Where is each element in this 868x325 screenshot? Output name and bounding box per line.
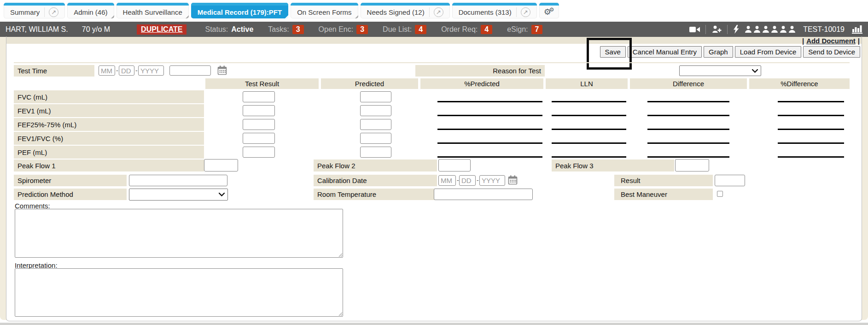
result-input[interactable] — [715, 175, 745, 186]
pef-percent-predicted-line — [437, 156, 542, 158]
test-time-month-input[interactable] — [99, 65, 115, 76]
date-separator: - — [477, 177, 479, 184]
patient-list-icons[interactable] — [745, 26, 796, 33]
fev1-fvc-lln-line — [552, 142, 626, 144]
panel-top-strip — [6, 37, 862, 44]
peak-flow-2-input[interactable] — [438, 159, 471, 171]
documents-popout-chip[interactable]: ↗ — [516, 7, 530, 17]
reason-for-test-select-control[interactable] — [680, 66, 761, 76]
peak-flow-3-input[interactable] — [675, 159, 709, 171]
lightning-icon[interactable] — [733, 25, 739, 34]
fev1-test-result-input[interactable] — [243, 105, 275, 116]
graph-button[interactable]: Graph — [704, 46, 733, 58]
open-enc-count-badge[interactable]: 3 — [356, 25, 368, 34]
best-maneuver-checkbox[interactable] — [717, 191, 723, 197]
test-time-year-input[interactable] — [138, 65, 164, 76]
due-list-count-badge[interactable]: 4 — [415, 25, 426, 34]
status-label: Status: — [205, 25, 228, 34]
fvc-difference-line — [647, 101, 729, 102]
esign-count-badge[interactable]: 7 — [531, 25, 543, 34]
comments-textarea[interactable] — [15, 209, 343, 258]
tab-admin[interactable]: Admin (46) — [67, 3, 114, 18]
fvc-predicted-input[interactable] — [360, 91, 391, 102]
order-req-counter: Order Req: 4 — [441, 25, 492, 34]
fvc-percent-difference-line — [778, 101, 844, 102]
pef-percent-difference-line — [778, 156, 844, 158]
fev1-predicted-input[interactable] — [360, 105, 391, 116]
test-time-day-input[interactable] — [119, 65, 134, 76]
row-label-fev1-fvc: FEV1/FVC (%) — [14, 132, 204, 145]
fef-test-result-input[interactable] — [243, 119, 275, 130]
person-icon — [771, 26, 778, 33]
tasks-count-badge[interactable]: 3 — [292, 25, 304, 34]
divider — [727, 25, 728, 34]
header-lln: LLN — [546, 78, 628, 89]
room-temperature-input[interactable] — [434, 189, 533, 200]
bar-chart-icon[interactable] — [852, 25, 862, 34]
header-predicted: Predicted — [321, 78, 418, 89]
needs-signed-popout-chip[interactable]: ↗ — [429, 7, 443, 17]
esign-counter: eSign: 7 — [507, 25, 542, 34]
divider — [705, 25, 706, 34]
cancel-manual-entry-button[interactable]: Cancel Manual Entry — [628, 46, 702, 58]
row-label-pef: PEF (mL) — [14, 146, 204, 159]
test-time-label: Test Time — [14, 65, 94, 77]
tab-medical-record[interactable]: Medical Record (179):PFT — [191, 3, 288, 18]
pipe: | — [802, 37, 804, 45]
date-separator: - — [135, 67, 138, 74]
tab-settings[interactable]: ⚙ ⚙ — [539, 3, 559, 18]
tab-medical-record-label: Medical Record (179):PFT — [198, 8, 282, 16]
summary-popout-chip[interactable]: ↗ — [44, 7, 58, 17]
load-from-device-button[interactable]: Load From Device — [735, 46, 802, 58]
calibration-calendar-icon[interactable] — [508, 175, 518, 186]
tab-documents[interactable]: Documents (313) ↗ — [452, 3, 537, 18]
tab-summary[interactable]: Summary ↗ — [4, 3, 65, 18]
fef-percent-predicted-line — [437, 129, 542, 130]
fev1-lln-line — [552, 115, 626, 116]
popout-arrow-icon: ↗ — [434, 7, 443, 17]
popout-arrow-icon: ↗ — [49, 7, 58, 17]
prediction-method-select-control[interactable] — [129, 189, 227, 200]
pef-test-result-input[interactable] — [243, 147, 275, 158]
header-percent-predicted: %Predicted — [420, 78, 543, 89]
test-time-time-input[interactable] — [169, 65, 211, 76]
tab-on-screen-forms[interactable]: On Screen Forms — [291, 3, 358, 18]
add-document-link[interactable]: Add Document — [806, 37, 856, 45]
order-req-label: Order Req: — [441, 25, 478, 34]
order-req-count-badge[interactable]: 4 — [481, 25, 492, 34]
tab-needs-signed[interactable]: Needs Signed (12) ↗ — [361, 3, 450, 18]
fef-predicted-input[interactable] — [360, 119, 391, 130]
pef-predicted-input[interactable] — [360, 147, 391, 158]
fvc-test-result-input[interactable] — [243, 91, 275, 102]
person-icon — [788, 26, 796, 33]
video-camera-icon[interactable] — [689, 26, 700, 33]
patient-bar-icons: TEST-10019 — [689, 25, 862, 34]
tab-health-surveillance-label: Health Surveillance — [123, 8, 182, 16]
spirometer-input[interactable] — [129, 175, 227, 186]
tab-health-surveillance[interactable]: Health Surveillance — [117, 3, 189, 18]
calibration-month-input[interactable] — [438, 175, 456, 186]
duplicate-badge[interactable]: DUPLICATE — [137, 24, 186, 35]
status-value: Active — [231, 25, 253, 34]
add-user-icon[interactable] — [711, 25, 722, 33]
pef-difference-line — [647, 156, 729, 158]
right-margin-strip — [862, 37, 868, 320]
peak-flow-1-label: Peak Flow 1 — [14, 160, 204, 171]
pef-lln-line — [552, 156, 626, 158]
prediction-method-select[interactable] — [129, 189, 228, 201]
divider — [14, 62, 850, 63]
save-button[interactable]: Save — [600, 46, 626, 58]
send-to-device-button[interactable]: Send to Device — [803, 46, 860, 58]
fef-difference-line — [647, 129, 729, 130]
fev1-fvc-test-result-input[interactable] — [243, 133, 275, 144]
application-window: Summary ↗ Admin (46) Health Surveillance… — [0, 0, 868, 325]
left-margin-strip — [0, 37, 6, 320]
calibration-day-input[interactable] — [459, 175, 476, 186]
fev1-fvc-predicted-input[interactable] — [360, 133, 391, 144]
calibration-year-input[interactable] — [479, 175, 505, 186]
tab-documents-label: Documents (313) — [459, 8, 512, 16]
reason-for-test-select[interactable] — [679, 65, 761, 76]
peak-flow-1-input[interactable] — [204, 159, 238, 171]
test-time-calendar-icon[interactable] — [217, 65, 227, 77]
interpretation-textarea[interactable] — [15, 268, 343, 317]
